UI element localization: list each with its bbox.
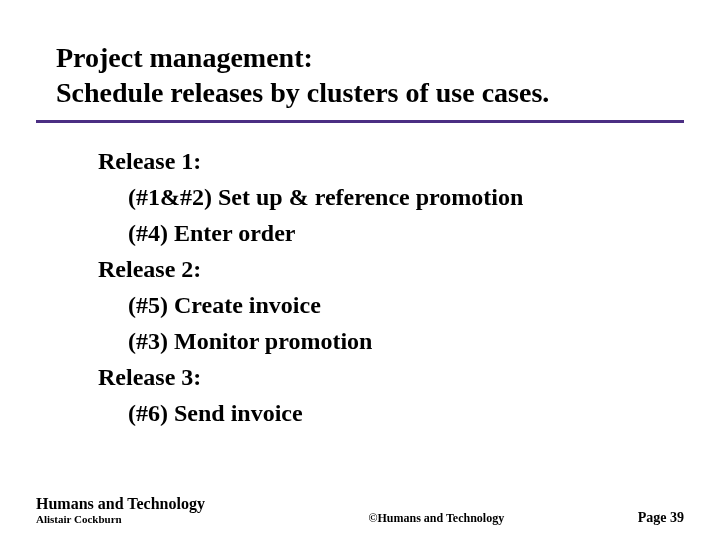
title-line-2: Schedule releases by clusters of use cas… [56, 75, 664, 110]
title-line-1: Project management: [56, 40, 664, 75]
footer-author: Alistair Cockburn [36, 513, 205, 526]
release-item: (#5) Create invoice [98, 287, 664, 323]
slide: Project management: Schedule releases by… [0, 0, 720, 540]
release-item: (#4) Enter order [98, 215, 664, 251]
footer-org: Humans and Technology [36, 494, 205, 513]
footer: Humans and Technology Alistair Cockburn … [36, 494, 684, 526]
footer-copyright: ©Humans and Technology [205, 511, 638, 526]
release-item: (#1&#2) Set up & reference promotion [98, 179, 664, 215]
release-heading: Release 2: [98, 251, 664, 287]
title-block: Project management: Schedule releases by… [56, 40, 664, 110]
footer-page: Page 39 [638, 510, 684, 526]
release-item: (#6) Send invoice [98, 395, 664, 431]
release-item: (#3) Monitor promotion [98, 323, 664, 359]
title-rule [36, 120, 684, 123]
release-heading: Release 3: [98, 359, 664, 395]
body: Release 1: (#1&#2) Set up & reference pr… [56, 143, 664, 431]
release-heading: Release 1: [98, 143, 664, 179]
footer-left: Humans and Technology Alistair Cockburn [36, 494, 205, 526]
